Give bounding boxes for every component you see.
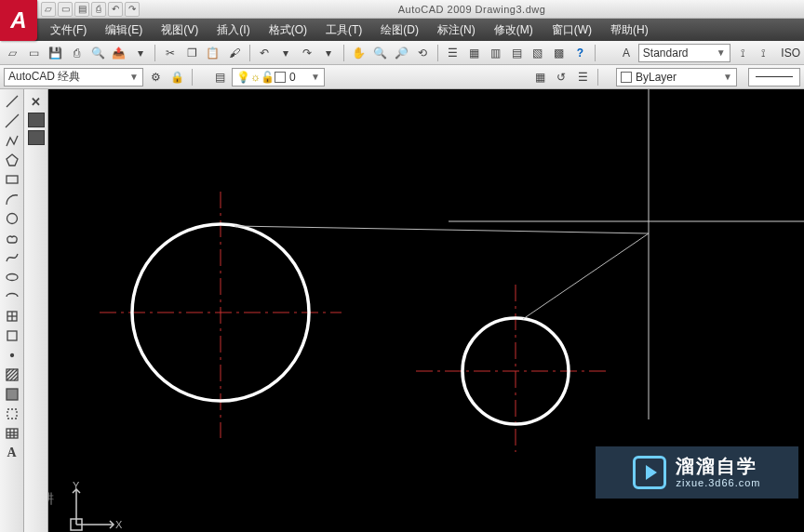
menu-format[interactable]: 格式(O) (260, 19, 316, 41)
circle-icon[interactable] (3, 210, 21, 227)
dimstyle2-icon[interactable]: ⟟ (755, 44, 773, 62)
layer-combo[interactable]: 💡 ☼ 🔓 0 ▼ (232, 68, 325, 86)
tool-palette-icon[interactable]: ▥ (486, 44, 504, 62)
qat-undo-icon[interactable]: ↶ (108, 2, 123, 17)
menu-edit[interactable]: 编辑(E) (96, 19, 152, 41)
svg-point-5 (7, 274, 18, 281)
color-value: ByLayer (636, 71, 677, 84)
table-icon[interactable] (3, 425, 21, 442)
markup-icon[interactable]: ▧ (529, 44, 547, 62)
calc-icon[interactable]: ▩ (550, 44, 569, 62)
dropdown-icon[interactable]: ▾ (131, 44, 150, 62)
menu-insert[interactable]: 插入(I) (208, 19, 259, 41)
point-icon[interactable] (3, 347, 21, 364)
copy-icon[interactable]: ❐ (182, 44, 201, 62)
save-icon[interactable]: 💾 (47, 44, 65, 62)
menu-file[interactable]: 文件(F) (41, 19, 96, 41)
workspace-settings-icon[interactable]: ⚙ (146, 68, 165, 86)
menu-tools[interactable]: 工具(T) (316, 19, 371, 41)
svg-marker-2 (7, 154, 18, 166)
qat-save-icon[interactable]: ▤ (74, 2, 89, 17)
menu-modify[interactable]: 修改(M) (485, 19, 543, 41)
dimstyle-icon[interactable]: ⟟ (733, 44, 752, 62)
workspace-lock-icon[interactable]: 🔒 (168, 68, 186, 86)
play-icon (633, 456, 666, 489)
layer-manager-icon[interactable]: ▤ (210, 68, 229, 86)
match-icon[interactable]: 🖌 (225, 44, 244, 62)
open-icon[interactable]: ▭ (25, 44, 44, 62)
svg-point-10 (10, 354, 13, 357)
ellipse-arc-icon[interactable] (3, 288, 21, 305)
cut-icon[interactable]: ✂ (161, 44, 180, 62)
menu-help[interactable]: 帮助(H) (601, 19, 658, 41)
help-icon[interactable]: ? (570, 44, 589, 62)
hatch-icon[interactable] (3, 366, 21, 383)
svg-line-13 (7, 369, 14, 377)
color-combo[interactable]: ByLayer ▼ (616, 68, 737, 86)
layer-prev-icon[interactable]: ↺ (552, 68, 570, 86)
undo-dropdown-icon[interactable]: ▾ (276, 44, 295, 62)
text-style-value: Standard (643, 47, 689, 60)
drawing-canvas[interactable]: 耕 X Y 溜溜自学 zixue.3d66.com (48, 89, 804, 532)
text-style-combo[interactable]: Standard ▼ (638, 44, 730, 62)
aux-item-1[interactable] (28, 113, 45, 127)
pline-icon[interactable] (3, 132, 21, 149)
sheet-set-icon[interactable]: ▤ (507, 44, 526, 62)
spline-icon[interactable] (3, 249, 21, 266)
menu-window[interactable]: 窗口(W) (543, 19, 601, 41)
layer-state-icon[interactable]: ☰ (573, 68, 592, 86)
revcloud-icon[interactable] (3, 230, 21, 246)
block-icon[interactable] (3, 327, 21, 344)
properties-icon[interactable]: ☰ (444, 44, 462, 62)
qat-new-icon[interactable]: ▱ (41, 2, 56, 17)
standard-toolbar: ▱ ▭ 💾 ⎙ 🔍 📤 ▾ ✂ ❐ 📋 🖌 ↶ ▾ ↷ ▾ ✋ 🔍 🔎 ⟲ ☰ … (0, 41, 804, 65)
color-swatch-icon (621, 72, 632, 83)
watermark-title: 溜溜自学 (676, 455, 760, 477)
redo-icon[interactable]: ↷ (298, 44, 316, 62)
gradient-icon[interactable] (3, 386, 21, 403)
undo-icon[interactable]: ↶ (256, 44, 275, 62)
zoom-rt-icon[interactable]: 🔍 (370, 44, 389, 62)
workspace-combo[interactable]: AutoCAD 经典 ▼ (4, 68, 143, 86)
print-icon[interactable]: ⎙ (67, 44, 86, 62)
menu-dimension[interactable]: 标注(N) (428, 19, 485, 41)
qat-redo-icon[interactable]: ↷ (125, 2, 140, 17)
lock-icon: 🔓 (261, 71, 275, 84)
window-title: AutoCAD 2009 Drawing3.dwg (140, 4, 804, 15)
zoom-prev-icon[interactable]: ⟲ (413, 44, 432, 62)
design-center-icon[interactable]: ▦ (465, 44, 484, 62)
svg-rect-17 (7, 389, 18, 400)
linetype-combo[interactable] (748, 68, 800, 86)
close-panel-icon[interactable]: ✕ (27, 93, 46, 110)
ellipse-icon[interactable] (3, 269, 21, 286)
paste-icon[interactable]: 📋 (204, 44, 222, 62)
polygon-icon[interactable] (3, 152, 21, 168)
app-logo[interactable]: A (0, 0, 37, 41)
xline-icon[interactable] (3, 113, 21, 129)
qat-open-icon[interactable]: ▭ (58, 2, 73, 17)
insert-icon[interactable] (3, 308, 21, 325)
layer-name: 0 (289, 71, 296, 84)
svg-text:耕: 耕 (48, 491, 54, 506)
arc-icon[interactable] (3, 191, 21, 207)
separator (597, 69, 598, 86)
preview-icon[interactable]: 🔍 (88, 44, 107, 62)
line-icon[interactable] (3, 93, 21, 110)
redo-dropdown-icon[interactable]: ▾ (319, 44, 338, 62)
aux-item-2[interactable] (28, 130, 45, 145)
workspace-value: AutoCAD 经典 (8, 69, 80, 85)
pan-icon[interactable]: ✋ (350, 44, 368, 62)
workarea: A ✕ (0, 89, 804, 532)
mtext-icon[interactable]: A (3, 445, 21, 461)
publish-icon[interactable]: 📤 (110, 44, 128, 62)
menu-draw[interactable]: 绘图(D) (371, 19, 428, 41)
workspace-layer-toolbar: AutoCAD 经典 ▼ ⚙ 🔒 ▤ 💡 ☼ 🔓 0 ▼ ▦ ↺ ☰ ByLay… (0, 65, 804, 89)
zoom-window-icon[interactable]: 🔎 (392, 44, 410, 62)
layer-iso-icon[interactable]: ▦ (530, 68, 549, 86)
new-icon[interactable]: ▱ (4, 44, 22, 62)
menu-view[interactable]: 视图(V) (152, 19, 208, 41)
qat-print-icon[interactable]: ⎙ (91, 2, 106, 17)
region-icon[interactable] (3, 406, 21, 422)
rectangle-icon[interactable] (3, 171, 21, 188)
textstyle-icon[interactable]: A (617, 44, 636, 62)
